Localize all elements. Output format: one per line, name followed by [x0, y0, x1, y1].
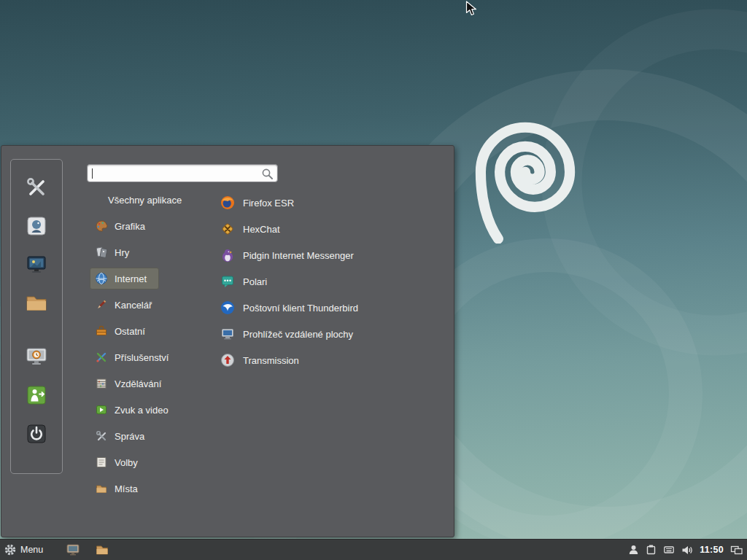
menu-button-label: Menu [20, 545, 43, 555]
screenshot-launcher[interactable] [62, 540, 84, 560]
app-transmission[interactable]: Transmission [214, 347, 433, 373]
quit-button[interactable] [22, 422, 51, 446]
category-grafika[interactable]: Grafika [90, 213, 214, 239]
tray-app-icon [646, 544, 657, 556]
category-sprava[interactable]: Správa [90, 423, 214, 449]
screenshot-tool-icon [66, 542, 80, 557]
application-menu: Všechny aplikace Grafika [1, 145, 454, 537]
gear-icon [4, 544, 16, 556]
search-box [87, 164, 278, 182]
category-prislusenstvi[interactable]: Příslušenství [90, 344, 214, 370]
folder-icon [95, 542, 109, 557]
tray-app-icon[interactable] [646, 544, 657, 556]
app-pidgin[interactable]: Pidgin Internet Messenger [214, 242, 433, 268]
category-zvuk-a-video[interactable]: Zvuk a video [90, 397, 214, 423]
app-hexchat[interactable]: HexChat [214, 216, 433, 242]
menu-sidebar [10, 159, 63, 474]
search-input[interactable] [93, 166, 255, 180]
app-thunderbird[interactable]: Poštovní klient Thunderbird [214, 295, 433, 321]
volume-tray-icon[interactable] [681, 545, 693, 556]
firefox-icon [220, 195, 235, 210]
category-list: Všechny aplikace Grafika [90, 187, 214, 502]
globe-icon [95, 272, 108, 285]
menu-button[interactable]: Menu [0, 540, 49, 560]
category-ostatni[interactable]: Ostatní [90, 318, 214, 344]
thunderbird-icon [220, 300, 235, 315]
workspace-switcher-icon [730, 545, 743, 556]
pidgin-icon [220, 248, 235, 262]
folder-icon [95, 482, 108, 495]
category-internet[interactable]: Internet [90, 265, 214, 292]
software-manager-button[interactable] [22, 214, 51, 238]
hexchat-icon [220, 222, 235, 236]
application-list: Firefox ESR HexChat Pidgin Internet Mess… [214, 190, 433, 373]
toolbox-icon [95, 324, 108, 338]
workspace-switcher[interactable] [730, 545, 743, 556]
app-firefox-esr[interactable]: Firefox ESR [214, 190, 433, 216]
display-settings-icon [25, 253, 48, 276]
file-manager-launcher[interactable] [91, 540, 113, 560]
folder-icon [25, 292, 48, 315]
remote-desktop-icon [220, 327, 235, 341]
games-icon [95, 246, 108, 259]
utilities-icon [95, 351, 108, 364]
preferences-icon [95, 456, 108, 469]
desktop: Všechny aplikace Grafika [0, 0, 747, 560]
palette-icon [95, 219, 108, 233]
lock-screen-button[interactable] [22, 345, 51, 368]
polari-icon [220, 274, 235, 289]
input-method-tray-icon[interactable] [663, 544, 675, 556]
file-manager-button[interactable] [22, 292, 51, 315]
category-mista[interactable]: Místa [90, 475, 214, 502]
category-volby[interactable]: Volby [90, 449, 214, 475]
category-hry[interactable]: Hry [90, 239, 214, 265]
text-caret [92, 168, 93, 179]
input-method-icon [663, 544, 675, 556]
display-settings-button[interactable] [22, 253, 51, 276]
education-icon [95, 377, 108, 390]
category-all-applications[interactable]: Všechny aplikace [90, 187, 214, 213]
app-remote-desktop-viewer[interactable]: Prohlížeč vzdálené plochy [214, 321, 433, 347]
admin-tools-icon [95, 429, 108, 443]
tools-icon [25, 176, 48, 199]
multimedia-icon [95, 403, 108, 416]
taskbar: Menu [0, 539, 747, 560]
user-icon [628, 544, 639, 556]
category-vzdelavani[interactable]: Vzdělávání [90, 370, 214, 397]
user-tray-icon[interactable] [628, 544, 639, 556]
software-manager-icon [25, 214, 48, 238]
clock[interactable]: 11:50 [700, 545, 724, 555]
logout-icon [25, 384, 48, 407]
search-icon [261, 168, 274, 180]
pen-icon [95, 298, 108, 311]
lock-screen-icon [25, 345, 48, 368]
category-kancelar[interactable]: Kancelář [90, 292, 214, 318]
volume-icon [681, 545, 693, 556]
power-icon [25, 422, 48, 446]
logout-button[interactable] [22, 384, 51, 407]
debian-logo [474, 104, 576, 244]
system-tray: 11:50 [628, 540, 747, 560]
transmission-icon [220, 353, 235, 368]
tools-button[interactable] [22, 176, 51, 199]
app-polari[interactable]: Polari [214, 268, 433, 295]
